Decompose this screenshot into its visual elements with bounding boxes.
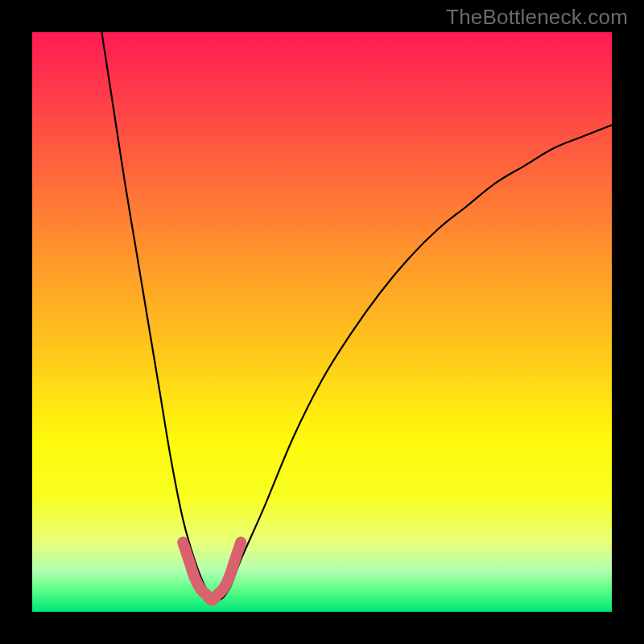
highlight-segment — [183, 543, 241, 601]
curve-svg — [32, 32, 612, 612]
plot-area — [32, 32, 612, 612]
chart-frame: TheBottleneck.com — [0, 0, 644, 644]
bottleneck-curve — [101, 32, 612, 601]
watermark-text: TheBottleneck.com — [446, 5, 628, 30]
